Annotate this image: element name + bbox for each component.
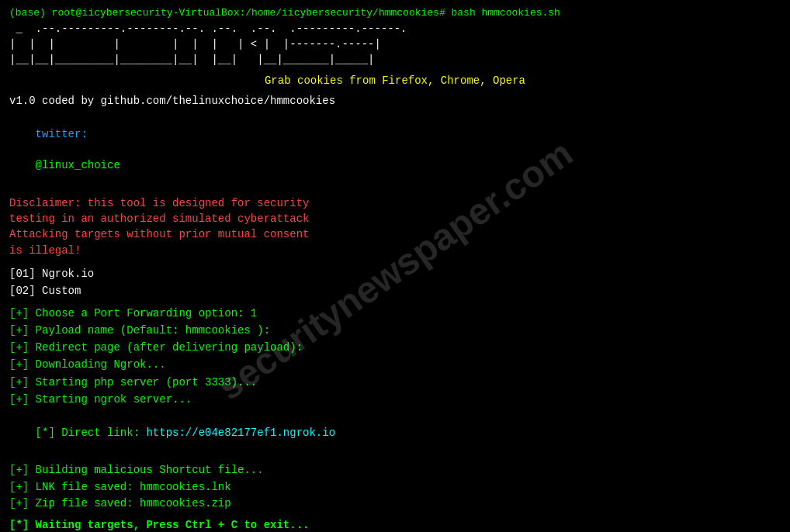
menu-item-1: [01] Ngrok.io [9, 266, 781, 282]
twitter-label: twitter: [36, 128, 88, 140]
disclaimer-line-3: Attacking targets without prior mutual c… [9, 226, 781, 242]
build-line-3: [+] Zip file saved: hmmcookies.zip [9, 496, 781, 511]
direct-link-line: [*] Direct link: https://e04e82177ef1.ng… [9, 409, 781, 456]
version-line: v1.0 coded by github.com/thelinuxchoice/… [9, 93, 781, 109]
top-command-line: (base) root@iicybersecurity-VirtualBox:/… [9, 6, 781, 21]
build-line-2: [+] LNK file saved: hmmcookies.lnk [9, 479, 781, 495]
prompt-line-4: [+] Downloading Ngrok... [9, 357, 781, 372]
disclaimer-line-2: testing in an authorized simulated cyber… [9, 211, 781, 226]
waiting-line: [*] Waiting targets, Press Ctrl + C to e… [9, 517, 781, 532]
ascii-line-3: |__|__|_________|________|__| |__| |__|_… [9, 52, 781, 67]
build-line-1: [+] Building malicious Shortcut file... [9, 462, 781, 478]
twitter-handle: @linux_choice [36, 159, 120, 171]
grab-cookies-line: Grab cookies from Firefox, Chrome, Opera [9, 73, 781, 88]
terminal-window: (base) root@iicybersecurity-VirtualBox:/… [0, 0, 790, 532]
prompt-line-6: [+] Starting ngrok server... [9, 392, 781, 407]
prompt-line-3: [+] Redirect page (after delivering payl… [9, 340, 781, 355]
prompt-line-2: [+] Payload name (Default: hmmcookies ): [9, 323, 781, 338]
disclaimer-line-1: Disclaimer: this tool is designed for se… [9, 195, 781, 211]
prompt-line-1: [+] Choose a Port Forwarding option: 1 [9, 306, 781, 321]
ascii-line-2: | | | | | | | | < | |-------.-----| [9, 36, 781, 52]
menu-item-2: [02] Custom [9, 283, 781, 299]
twitter-line: twitter: @linux_choice [9, 110, 781, 188]
direct-link-url: https://e04e82177ef1.ngrok.io [146, 427, 335, 439]
ascii-line-1: _ .--.---------.--------.--. .--. .--. .… [9, 21, 781, 36]
direct-link-prefix: [*] Direct link: [36, 427, 147, 439]
disclaimer-block: Disclaimer: this tool is designed for se… [9, 195, 781, 258]
disclaimer-line-4: is illegal! [9, 243, 781, 258]
ascii-art-block: _ .--.---------.--------.--. .--. .--. .… [9, 21, 781, 68]
prompt-line-5: [+] Starting php server (port 3333)... [9, 375, 781, 390]
